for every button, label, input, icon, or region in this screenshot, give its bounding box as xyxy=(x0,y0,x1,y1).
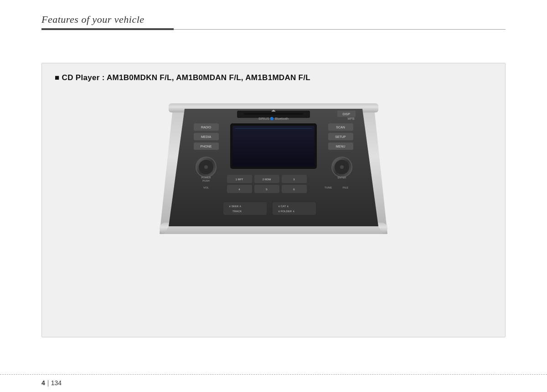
svg-text:∨ FOLDER ∧: ∨ FOLDER ∧ xyxy=(278,210,294,213)
page-num: 134 xyxy=(51,379,62,387)
cd-player-svg: DISP SIRIUS 🔵 Bluetooth MPB RADIO MEDIA … xyxy=(160,100,387,241)
svg-text:SIRIUS  🔵 Bluetooth: SIRIUS 🔵 Bluetooth xyxy=(258,117,289,121)
svg-text:TUNE: TUNE xyxy=(325,186,332,189)
svg-text:∨  SEEK  ∧: ∨ SEEK ∧ xyxy=(229,205,241,208)
svg-text:2  RDM: 2 RDM xyxy=(263,178,271,181)
svg-text:RADIO: RADIO xyxy=(201,126,212,129)
svg-text:1  RPT: 1 RPT xyxy=(235,178,243,181)
svg-point-26 xyxy=(204,165,208,169)
footer: 4134 xyxy=(0,374,547,379)
svg-rect-48 xyxy=(223,202,267,215)
svg-text:ENTER: ENTER xyxy=(338,176,346,179)
svg-rect-51 xyxy=(273,202,316,215)
underline-light xyxy=(174,29,506,30)
cd-player-image: DISP SIRIUS 🔵 Bluetooth MPB RADIO MEDIA … xyxy=(160,100,387,241)
content-box: ■ CD Player : AM1B0MDKN F/L, AM1B0MDAN F… xyxy=(41,63,506,337)
svg-text:MEDIA: MEDIA xyxy=(201,135,212,138)
svg-text:PHONE: PHONE xyxy=(201,145,212,148)
page-title: Features of your vehicle xyxy=(41,14,506,25)
chapter-number: 4 xyxy=(41,379,45,387)
svg-text:MPB: MPB xyxy=(347,117,355,120)
header-underline xyxy=(41,28,506,30)
page-number: 4134 xyxy=(41,379,62,387)
svg-text:DISP: DISP xyxy=(343,112,351,116)
page-header: Features of your vehicle xyxy=(41,14,506,30)
svg-rect-23 xyxy=(235,128,312,129)
svg-point-32 xyxy=(340,165,344,169)
svg-text:∨  CAT   ∧: ∨ CAT ∧ xyxy=(278,205,289,208)
svg-text:VOL: VOL xyxy=(203,186,209,189)
svg-text:MENU: MENU xyxy=(336,145,346,148)
svg-text:PUSH: PUSH xyxy=(202,179,209,182)
underline-dark xyxy=(41,28,174,30)
svg-text:SETUP: SETUP xyxy=(335,135,346,138)
cd-player-heading: ■ CD Player : AM1B0MDKN F/L, AM1B0MDAN F… xyxy=(55,73,310,82)
svg-text:TRACK: TRACK xyxy=(232,210,242,213)
svg-text:FILE: FILE xyxy=(343,186,349,189)
svg-rect-22 xyxy=(232,126,315,167)
svg-rect-3 xyxy=(244,113,303,115)
svg-text:SCAN: SCAN xyxy=(336,126,345,129)
svg-text:POWER: POWER xyxy=(201,176,211,179)
page-divider xyxy=(48,380,48,387)
